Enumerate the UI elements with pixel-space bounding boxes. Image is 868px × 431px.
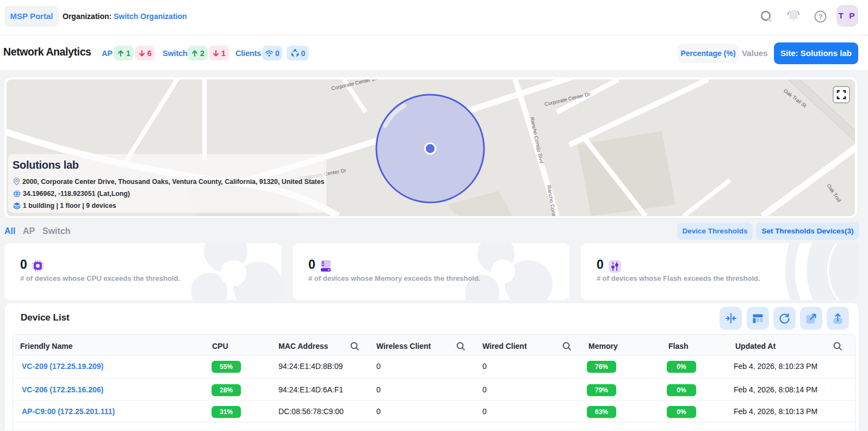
svg-text:?: ? — [819, 13, 823, 21]
